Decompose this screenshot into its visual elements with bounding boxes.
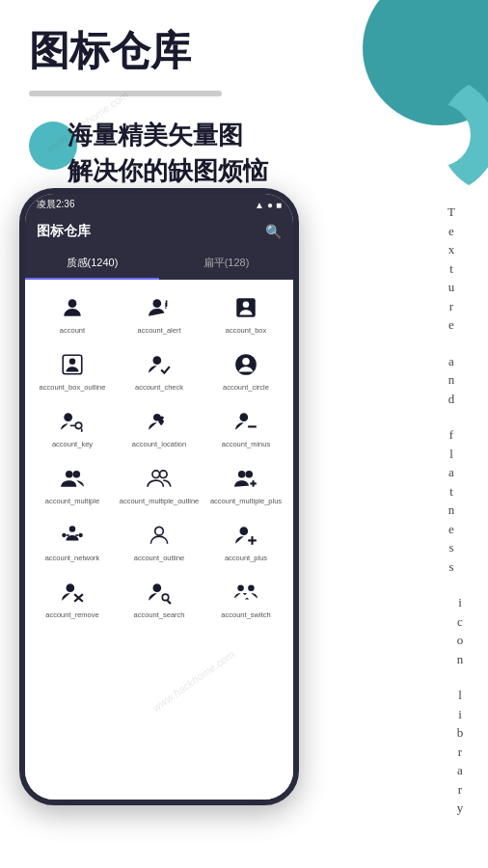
icon-account-multiple[interactable]: account_multiple <box>29 458 116 511</box>
icon-account-location[interactable]: account_location <box>116 401 203 454</box>
account-box-label: account_box <box>226 326 267 335</box>
svg-point-16 <box>163 418 166 420</box>
icon-row-1: account ! account_alert account_box <box>29 287 289 340</box>
account-switch-label: account_switch <box>221 610 270 619</box>
account-label: account <box>60 326 85 335</box>
svg-point-1 <box>153 299 162 308</box>
tab-bar: 质感(1240) 扁平(128) <box>25 248 293 280</box>
main-title: 图标仓库 <box>29 29 459 73</box>
svg-point-12 <box>75 422 82 429</box>
account-alert-icon: ! <box>145 293 174 322</box>
search-button[interactable]: 🔍 <box>265 224 282 239</box>
account-check-icon <box>145 350 174 379</box>
account-box-outline-icon <box>58 350 87 379</box>
svg-point-7 <box>69 359 76 366</box>
signal-icon: ▲ <box>255 200 264 210</box>
tab-texture[interactable]: 质感(1240) <box>25 248 159 280</box>
account-multiple-plus-icon <box>231 464 260 493</box>
icon-row-4: account_multiple account_multiple_outlin… <box>29 458 289 511</box>
account-plus-label: account_plus <box>225 554 267 562</box>
svg-point-24 <box>245 471 253 478</box>
account-outline-label: account_outline <box>134 554 185 562</box>
svg-point-23 <box>238 471 246 478</box>
status-bar: 凌晨2:36 ▲ ● ■ <box>25 194 293 215</box>
icon-account-multiple-plus[interactable]: account_multiple_plus <box>203 458 289 511</box>
svg-point-36 <box>67 583 75 592</box>
app-bar-title: 图标仓库 <box>37 223 91 240</box>
icon-account-multiple-outline[interactable]: account_multiple_outline <box>116 458 203 511</box>
icon-account[interactable]: account <box>29 287 116 340</box>
subtitle-section: 海量精美矢量图 解决你的缺图烦恼 <box>0 104 488 198</box>
account-alert-label: account_alert <box>137 326 180 335</box>
icon-row-3: account_key account_location account_min… <box>29 401 289 454</box>
account-remove-icon <box>58 578 87 607</box>
side-text-decoration: T e x t u r e a n d f l a t n e s s i c … <box>422 203 480 818</box>
account-plus-icon <box>231 521 260 550</box>
svg-point-11 <box>64 413 72 421</box>
status-time: 凌晨2:36 <box>37 198 74 211</box>
phone-screen: 凌晨2:36 ▲ ● ■ 图标仓库 🔍 质感(1240) 扁平(128) <box>25 194 293 800</box>
account-location-label: account_location <box>132 440 186 448</box>
account-check-label: account_check <box>135 383 183 392</box>
icon-row-6: account_remove account_search account_sw… <box>29 572 289 625</box>
account-box-icon <box>231 293 260 322</box>
icon-account-minus[interactable]: account_minus <box>203 401 289 454</box>
icon-row-2: account_box_outline account_check accoun… <box>29 344 289 397</box>
svg-point-28 <box>62 533 66 537</box>
svg-point-20 <box>73 471 81 478</box>
tab-flat[interactable]: 扁平(128) <box>159 248 293 280</box>
svg-point-33 <box>240 527 249 535</box>
account-icon <box>58 293 87 322</box>
svg-point-40 <box>162 594 169 601</box>
svg-point-8 <box>153 356 162 365</box>
svg-point-0 <box>68 299 77 308</box>
icon-account-remove[interactable]: account_remove <box>29 572 116 625</box>
account-circle-icon <box>231 350 260 379</box>
svg-point-32 <box>155 527 164 535</box>
icon-account-plus[interactable]: account_plus <box>203 515 289 568</box>
icon-account-box[interactable]: account_box <box>203 287 289 340</box>
phone-mockup: 凌晨2:36 ▲ ● ■ 图标仓库 🔍 质感(1240) 扁平(128) <box>19 188 318 844</box>
account-minus-label: account_minus <box>222 440 270 448</box>
account-network-label: account_network <box>45 554 100 562</box>
app-bar: 图标仓库 🔍 <box>25 215 293 248</box>
account-remove-label: account_remove <box>45 610 98 619</box>
phone-frame: 凌晨2:36 ▲ ● ■ 图标仓库 🔍 质感(1240) 扁平(128) <box>19 188 299 805</box>
account-location-icon <box>145 407 174 436</box>
icon-account-check[interactable]: account_check <box>116 344 203 397</box>
account-minus-icon <box>231 407 260 436</box>
account-network-icon <box>58 521 87 550</box>
icon-account-key[interactable]: account_key <box>29 401 116 454</box>
svg-point-42 <box>237 584 244 591</box>
svg-point-17 <box>240 413 249 421</box>
svg-point-21 <box>152 471 160 478</box>
svg-point-39 <box>153 583 162 592</box>
icon-account-circle[interactable]: account_circle <box>203 344 289 397</box>
svg-point-43 <box>248 584 255 591</box>
icon-account-box-outline[interactable]: account_box_outline <box>29 344 116 397</box>
account-circle-label: account_circle <box>223 383 269 392</box>
header-section: 图标仓库 <box>0 0 488 83</box>
icon-account-search[interactable]: account_search <box>116 572 203 625</box>
icon-row-5: account_network account_outline account_… <box>29 515 289 568</box>
account-multiple-outline-icon <box>145 464 174 493</box>
icon-account-network[interactable]: account_network <box>29 515 116 568</box>
account-key-icon <box>58 407 87 436</box>
svg-point-29 <box>79 533 83 537</box>
icon-account-outline[interactable]: account_outline <box>116 515 203 568</box>
svg-point-27 <box>69 526 76 532</box>
icon-account-alert[interactable]: ! account_alert <box>116 287 203 340</box>
account-search-icon <box>145 578 174 607</box>
status-icons: ▲ ● ■ <box>255 200 282 210</box>
icon-account-switch[interactable]: account_switch <box>203 572 289 625</box>
icon-grid: account ! account_alert account_box <box>25 280 293 800</box>
wifi-icon: ● <box>267 200 273 210</box>
account-search-label: account_search <box>134 610 185 619</box>
account-box-outline-label: account_box_outline <box>40 383 106 392</box>
svg-line-41 <box>168 601 171 604</box>
account-switch-icon <box>231 578 260 607</box>
svg-point-5 <box>243 302 250 309</box>
account-key-label: account_key <box>52 440 93 448</box>
account-outline-icon <box>145 521 174 550</box>
svg-point-22 <box>160 471 168 478</box>
